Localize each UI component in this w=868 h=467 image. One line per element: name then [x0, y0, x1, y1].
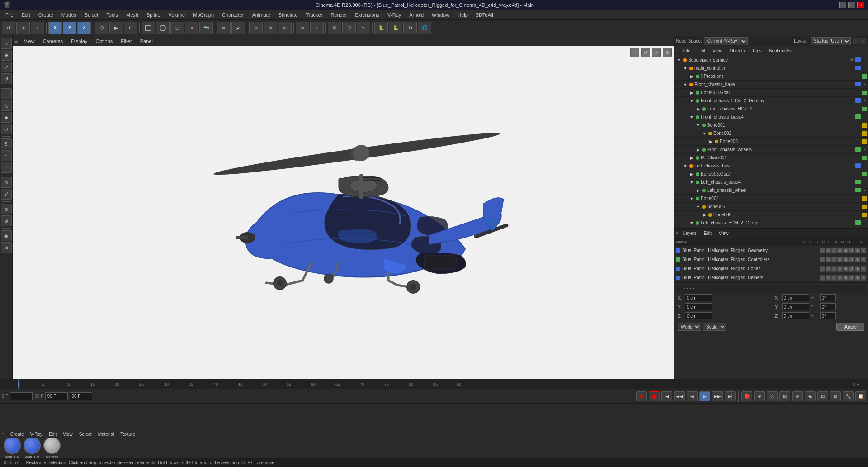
- toolbar-sphere[interactable]: [156, 22, 170, 34]
- layer-helpers[interactable]: Blue_Patrol_Helicopter_Rigged_Helpers ◻ …: [674, 273, 868, 282]
- menu-spline[interactable]: Spline: [143, 11, 164, 19]
- world-dropdown[interactable]: World: [678, 323, 701, 331]
- menu-select[interactable]: Select: [81, 11, 102, 19]
- menu-help[interactable]: Help: [454, 11, 472, 19]
- toolbar-settings[interactable]: ⚙: [403, 22, 417, 34]
- undo-button[interactable]: ↺: [2, 22, 15, 34]
- menu-mesh[interactable]: Mesh: [123, 11, 142, 19]
- toolbar-grid[interactable]: ⊞: [328, 22, 341, 34]
- anim-mode-5[interactable]: ⊛: [792, 391, 803, 401]
- menu-tracker[interactable]: Tracker: [302, 11, 326, 19]
- toolbar-python2[interactable]: 🐍: [389, 22, 402, 34]
- coord-y2-input[interactable]: [782, 303, 809, 310]
- layout-dropdown[interactable]: Startup (User): [811, 37, 851, 45]
- coord-z2-input[interactable]: [782, 312, 809, 319]
- tree-item-bone005[interactable]: ▼ Bone005: [674, 203, 868, 211]
- menu-create[interactable]: Create: [35, 11, 57, 19]
- coord-x-input[interactable]: [685, 294, 712, 301]
- toolbar-object-mode[interactable]: ⬡: [95, 22, 108, 34]
- anim-mode-7[interactable]: ⊡: [817, 391, 828, 401]
- coord-p-input[interactable]: [820, 303, 836, 310]
- tree-item-xpressions[interactable]: ▶ XPressions: [674, 72, 868, 81]
- playback-stop[interactable]: ⬤: [649, 391, 660, 401]
- coord-b-input[interactable]: [820, 312, 836, 319]
- toolbar-spline-tool[interactable]: 〜: [357, 22, 370, 34]
- scene-menu-bookmarks[interactable]: Bookmarks: [766, 48, 794, 54]
- menu-simulate[interactable]: Simulate: [275, 11, 302, 19]
- toolbar-cube[interactable]: [142, 22, 155, 34]
- viewport-menu-options[interactable]: Options: [92, 38, 116, 45]
- scene-menu-objects[interactable]: Objects: [727, 48, 748, 54]
- layers-menu-layers[interactable]: Layers: [680, 230, 699, 236]
- playback-prev-key[interactable]: |◀: [661, 391, 672, 401]
- tree-item-subdivision[interactable]: ▼ Subdivision Surface 👁 ⋯: [674, 56, 868, 64]
- scene-menu-edit[interactable]: Edit: [695, 48, 708, 54]
- tree-item-front-base4[interactable]: ▼ Front_chassis_base4 ⋯: [674, 113, 868, 121]
- mat-menu-vray[interactable]: V-Ray: [28, 431, 45, 437]
- toolbar-subdivide[interactable]: ⊛: [249, 22, 263, 34]
- tree-item-main-controller[interactable]: ▼ main_controller ⋯: [674, 64, 868, 72]
- toolbar-deform[interactable]: ⊗: [264, 22, 277, 34]
- tree-item-bone002[interactable]: ▼ Bone002: [674, 129, 868, 138]
- viewport[interactable]: ↔ ↺ ⤢ ⊞: [13, 46, 674, 379]
- layout-icon-2[interactable]: →: [860, 38, 866, 44]
- left-tool-model[interactable]: ⬡: [1, 124, 12, 134]
- left-tool-point[interactable]: ◆: [1, 112, 12, 123]
- menu-extensions[interactable]: Extensions: [351, 11, 383, 19]
- frame-end-input[interactable]: [45, 392, 68, 400]
- anim-mode-4[interactable]: ⊞: [779, 391, 790, 401]
- toolbar-snap[interactable]: ⊡: [342, 22, 356, 34]
- tree-item-front-chassis[interactable]: ▼ Front_chassis_base ⋯: [674, 81, 868, 89]
- anim-mode-3[interactable]: ⬡: [767, 391, 778, 401]
- left-tool-scale[interactable]: ⤢: [1, 62, 12, 72]
- toolbar-paint[interactable]: 🖌: [231, 22, 245, 34]
- tree-item-front-hcyl2[interactable]: ▶ Front_chassis_HCyl_2: [674, 105, 868, 113]
- menu-mograph[interactable]: MoGraph: [189, 11, 217, 19]
- playback-play[interactable]: ▶: [699, 391, 710, 401]
- viewport-menu-display[interactable]: Display: [67, 38, 91, 45]
- mat-menu-texture[interactable]: Texture: [118, 431, 137, 437]
- coord-x2-input[interactable]: [782, 294, 809, 301]
- tree-item-front-hcyl2-dummy[interactable]: ▼ Front_chassis_HCyl_2_Dummy ⋯: [674, 97, 868, 105]
- mat-menu-view[interactable]: View: [61, 431, 75, 437]
- layer-controllers[interactable]: Blue_Patrol_Helicopter_Rigged_Controller…: [674, 255, 868, 264]
- left-tool-brush[interactable]: 🖌: [1, 189, 12, 200]
- left-tool-extra1[interactable]: ◉: [1, 230, 12, 241]
- anim-mode-9[interactable]: 🔧: [843, 391, 854, 401]
- coord-h-input[interactable]: [820, 294, 836, 301]
- mat-menu-create[interactable]: Create: [8, 431, 26, 437]
- toolbar-mode-y[interactable]: Y: [63, 22, 76, 34]
- left-tool-select[interactable]: ↖: [1, 38, 12, 49]
- left-tool-move[interactable]: ✥: [1, 50, 12, 61]
- viewport-icon-3[interactable]: ⤢: [652, 48, 661, 57]
- left-tool-rotate[interactable]: ↺: [1, 73, 12, 84]
- viewport-icon-2[interactable]: ↺: [641, 48, 650, 57]
- material-item-blue1[interactable]: Blue_Pat: [4, 438, 21, 458]
- playback-record[interactable]: ⏺: [636, 391, 647, 401]
- menu-modes[interactable]: Modes: [58, 11, 80, 19]
- layers-menu-edit[interactable]: Edit: [701, 230, 714, 236]
- viewport-menu-filter[interactable]: Filter: [117, 38, 135, 45]
- playback-next[interactable]: ▶▶: [712, 391, 723, 401]
- timeline-ruler[interactable]: 0 5 10 15 20 25 30 35 40 45 50 55 60 65 …: [0, 379, 868, 389]
- material-item-gray[interactable]: Controll: [43, 438, 61, 458]
- menu-3dtoall[interactable]: 3DToAll: [472, 11, 497, 19]
- left-tool-extra2[interactable]: ⊛: [1, 242, 12, 253]
- tree-item-ik-chain001[interactable]: ▶ IK_Chain001: [674, 154, 868, 162]
- tree-item-bone001[interactable]: ▼ Bone001: [674, 121, 868, 129]
- left-tool-snap[interactable]: ⊗: [1, 204, 12, 214]
- tree-item-bone003[interactable]: ▶ Bone003: [674, 138, 868, 146]
- toolbar-render[interactable]: ⚙: [124, 22, 137, 34]
- mat-menu-select[interactable]: Select: [77, 431, 94, 437]
- viewport-icon-4[interactable]: ⊞: [663, 48, 672, 57]
- layer-bones[interactable]: Blue_Patrol_Helicopter_Rigged_Bones ◻ ⬡ …: [674, 264, 868, 273]
- menu-volume[interactable]: Volume: [165, 11, 189, 19]
- anim-mode-6[interactable]: ◉: [805, 391, 816, 401]
- viewport-icon-1[interactable]: ↔: [630, 48, 639, 57]
- menu-render[interactable]: Render: [327, 11, 350, 19]
- tree-item-bone004[interactable]: ▼ Bone004: [674, 195, 868, 203]
- left-tool-texture2[interactable]: $: [1, 150, 12, 161]
- toolbar-camera[interactable]: 📷: [199, 22, 213, 34]
- menu-file[interactable]: File: [2, 11, 17, 19]
- menu-edit[interactable]: Edit: [18, 11, 34, 19]
